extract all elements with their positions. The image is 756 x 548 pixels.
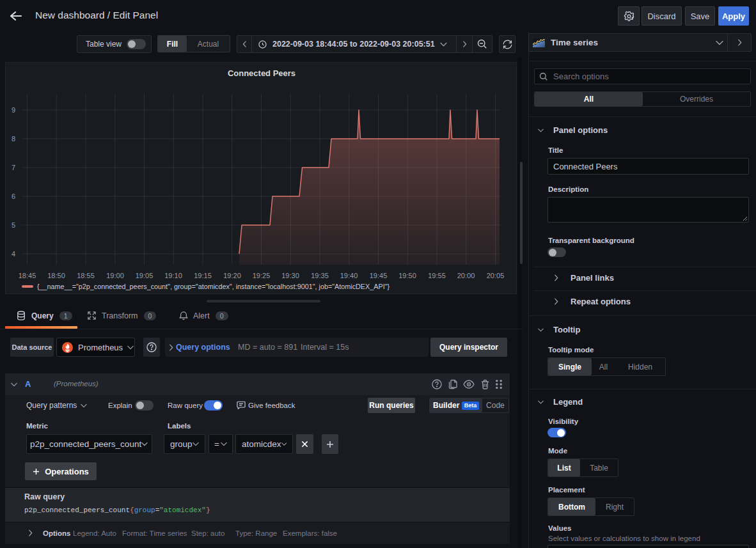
svg-text:7: 7 — [12, 164, 15, 171]
svg-text:4: 4 — [12, 250, 15, 258]
svg-text:19:05: 19:05 — [136, 272, 154, 279]
svg-text:19:45: 19:45 — [370, 272, 388, 279]
svg-text:19:15: 19:15 — [194, 272, 212, 279]
svg-text:19:35: 19:35 — [311, 272, 329, 279]
svg-text:5: 5 — [12, 221, 15, 229]
svg-text:18:45: 18:45 — [19, 272, 36, 279]
svg-text:20:05: 20:05 — [487, 272, 505, 279]
svg-text:20:00: 20:00 — [457, 272, 475, 279]
svg-text:9: 9 — [12, 106, 15, 114]
svg-text:19:55: 19:55 — [428, 272, 446, 279]
svg-text:19:00: 19:00 — [106, 272, 124, 279]
svg-text:19:25: 19:25 — [253, 272, 271, 279]
svg-text:{__name__="p2p_connected_peers: {__name__="p2p_connected_peers_count", g… — [37, 283, 390, 290]
svg-text:19:10: 19:10 — [164, 272, 182, 279]
svg-text:19:50: 19:50 — [398, 272, 416, 279]
svg-text:8: 8 — [12, 135, 15, 143]
svg-text:19:40: 19:40 — [340, 272, 358, 279]
svg-text:19:30: 19:30 — [281, 272, 299, 279]
svg-text:18:55: 18:55 — [77, 272, 95, 279]
svg-text:19:20: 19:20 — [223, 272, 241, 279]
svg-text:18:50: 18:50 — [47, 272, 65, 279]
svg-text:6: 6 — [12, 192, 15, 200]
